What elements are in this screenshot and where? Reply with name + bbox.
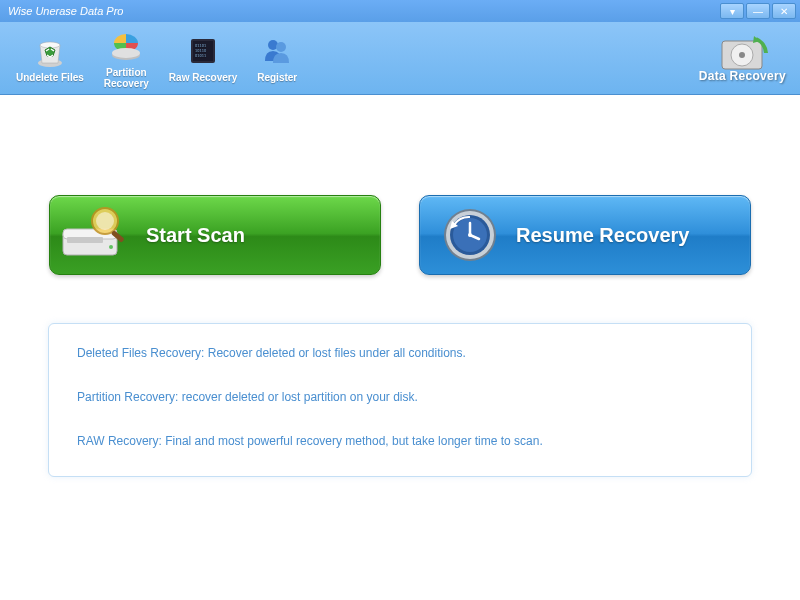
svg-point-10 bbox=[276, 42, 286, 52]
register-label: Register bbox=[257, 72, 297, 83]
main-buttons: Start Scan Resume Recovery bbox=[0, 95, 800, 275]
raw-recovery-button[interactable]: 01101 10110 01011 Raw Recovery bbox=[159, 29, 247, 87]
resume-recovery-button[interactable]: Resume Recovery bbox=[419, 195, 751, 275]
hdd-icon bbox=[718, 33, 766, 71]
info-partition: Partition Recovery: recover deleted or l… bbox=[77, 390, 723, 404]
undelete-files-button[interactable]: Undelete Files bbox=[6, 29, 94, 87]
svg-rect-16 bbox=[67, 237, 103, 243]
start-scan-button[interactable]: Start Scan bbox=[49, 195, 381, 275]
clock-restore-icon bbox=[426, 200, 516, 270]
svg-point-25 bbox=[468, 233, 472, 237]
raw-label: Raw Recovery bbox=[169, 72, 237, 83]
svg-text:01011: 01011 bbox=[195, 53, 207, 58]
svg-point-3 bbox=[112, 48, 140, 58]
svg-point-17 bbox=[109, 245, 113, 249]
svg-point-13 bbox=[739, 52, 745, 58]
partition-label: Partition Recovery bbox=[104, 67, 149, 89]
scan-drive-icon bbox=[56, 200, 146, 270]
binary-chip-icon: 01101 10110 01011 bbox=[185, 33, 221, 69]
recycle-bin-icon bbox=[32, 33, 68, 69]
brand-logo: Data Recovery bbox=[699, 33, 794, 83]
undelete-label: Undelete Files bbox=[16, 72, 84, 83]
info-panel: Deleted Files Recovery: Recover deleted … bbox=[48, 323, 752, 477]
start-scan-label: Start Scan bbox=[146, 224, 380, 247]
close-button[interactable]: ✕ bbox=[772, 3, 796, 19]
window-title: Wise Unerase Data Pro bbox=[8, 5, 718, 17]
menu-button[interactable]: ▾ bbox=[720, 3, 744, 19]
info-deleted-files: Deleted Files Recovery: Recover deleted … bbox=[77, 346, 723, 360]
user-icon bbox=[259, 33, 295, 69]
titlebar: Wise Unerase Data Pro ▾ — ✕ bbox=[0, 0, 800, 22]
info-raw: RAW Recovery: Final and most powerful re… bbox=[77, 434, 723, 448]
partition-recovery-button[interactable]: Partition Recovery bbox=[94, 24, 159, 93]
content-area: Start Scan Resume Recovery Deleted Files… bbox=[0, 95, 800, 600]
resume-recovery-label: Resume Recovery bbox=[516, 224, 750, 247]
register-button[interactable]: Register bbox=[247, 29, 307, 87]
toolbar: Undelete Files Partition Recovery 01101 … bbox=[0, 22, 800, 95]
svg-point-19 bbox=[96, 212, 114, 230]
pie-chart-icon bbox=[108, 28, 144, 64]
minimize-button[interactable]: — bbox=[746, 3, 770, 19]
